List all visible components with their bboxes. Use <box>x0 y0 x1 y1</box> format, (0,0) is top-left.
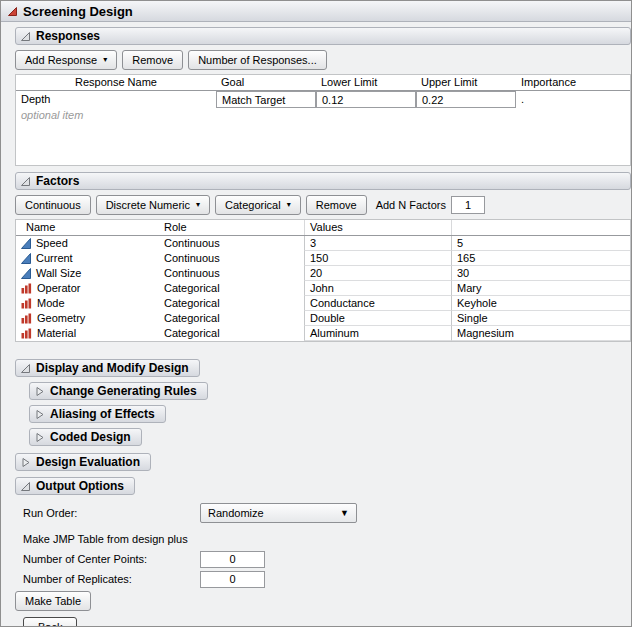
response-goal-cell[interactable]: Match Target <box>216 91 316 108</box>
factor-value-cell[interactable]: 30 <box>451 266 630 281</box>
factor-value-cell[interactable]: 5 <box>451 236 630 251</box>
factor-row: Speed Continuous 3 5 <box>16 236 630 251</box>
responses-table-empty-area <box>16 123 630 165</box>
optional-item-row: optional item <box>16 108 630 123</box>
factor-name-cell[interactable]: Wall Size <box>16 266 159 281</box>
categorical-icon <box>21 283 32 294</box>
responses-table-header: Response Name Goal Lower Limit Upper Lim… <box>16 75 630 91</box>
coded-design-header[interactable]: Coded Design <box>29 428 142 446</box>
factor-value-cell[interactable]: Keyhole <box>451 296 630 311</box>
response-importance-cell[interactable]: . <box>516 91 630 108</box>
display-and-modify-design-header[interactable]: Display and Modify Design <box>15 359 200 377</box>
factor-name-cell[interactable]: Speed <box>16 236 159 251</box>
factor-value-cell[interactable]: Aluminum <box>304 326 451 341</box>
factor-name-cell[interactable]: Geometry <box>16 311 159 326</box>
remove-response-button[interactable]: Remove <box>122 50 183 70</box>
number-of-responses-button[interactable]: Number of Responses... <box>188 50 327 70</box>
disclosure-closed-icon[interactable] <box>33 431 45 443</box>
factor-name-cell[interactable]: Current <box>16 251 159 266</box>
column-importance: Importance <box>516 75 630 90</box>
responses-header[interactable]: Responses <box>15 27 631 45</box>
disclosure-open-icon[interactable] <box>6 5 18 17</box>
factor-value-cell[interactable]: Double <box>304 311 451 326</box>
column-role: Role <box>159 220 304 235</box>
disclosure-open-icon[interactable] <box>19 362 31 374</box>
factor-role-cell: Categorical <box>159 311 304 326</box>
design-evaluation-header[interactable]: Design Evaluation <box>15 453 151 471</box>
add-n-factors-input[interactable] <box>451 196 485 214</box>
responses-table: Response Name Goal Lower Limit Upper Lim… <box>15 74 631 166</box>
response-row: Depth Match Target 0.12 0.22 . <box>16 91 630 108</box>
factor-value-cell[interactable]: 3 <box>304 236 451 251</box>
categorical-icon <box>21 328 32 339</box>
factor-row: Material Categorical Aluminum Magnesium <box>16 326 630 341</box>
response-upper-limit-cell[interactable]: 0.22 <box>416 91 516 108</box>
column-values: Values <box>304 220 451 235</box>
discrete-numeric-button[interactable]: Discrete Numeric ▾ <box>96 195 210 215</box>
center-points-label: Number of Center Points: <box>23 553 200 565</box>
factor-role-cell: Continuous <box>159 236 304 251</box>
factor-value-cell[interactable]: Mary <box>451 281 630 296</box>
factors-table-header: Name Role Values <box>16 220 630 236</box>
replicates-input[interactable] <box>200 571 265 588</box>
optional-item[interactable]: optional item <box>16 108 216 123</box>
factor-row: Geometry Categorical Double Single <box>16 311 630 326</box>
remove-factor-button[interactable]: Remove <box>306 195 367 215</box>
replicates-label: Number of Replicates: <box>23 573 200 585</box>
run-order-label: Run Order: <box>23 507 200 519</box>
factor-role-cell: Continuous <box>159 251 304 266</box>
factor-value-cell[interactable]: 20 <box>304 266 451 281</box>
disclosure-closed-icon[interactable] <box>19 456 31 468</box>
add-response-button[interactable]: Add Response ▾ <box>15 50 117 70</box>
response-lower-limit-cell[interactable]: 0.12 <box>316 91 416 108</box>
output-options-header[interactable]: Output Options <box>15 477 135 495</box>
categorical-icon <box>21 313 32 324</box>
factor-row: Current Continuous 150 165 <box>16 251 630 266</box>
disclosure-open-icon[interactable] <box>19 175 31 187</box>
add-n-factors-label: Add N Factors <box>376 199 446 211</box>
categorical-button[interactable]: Categorical ▾ <box>215 195 301 215</box>
factor-value-cell[interactable]: Magnesium <box>451 326 630 341</box>
responses-title: Responses <box>36 29 100 43</box>
factor-value-cell[interactable]: Single <box>451 311 630 326</box>
dropdown-arrow-icon: ▾ <box>103 56 107 64</box>
dropdown-arrow-icon: ▾ <box>287 201 291 209</box>
factor-value-cell[interactable]: 150 <box>304 251 451 266</box>
column-name: Name <box>16 220 159 235</box>
factors-title: Factors <box>36 174 79 188</box>
factor-row: Operator Categorical John Mary <box>16 281 630 296</box>
factor-role-cell: Continuous <box>159 266 304 281</box>
run-order-value: Randomize <box>208 507 264 519</box>
categorical-icon <box>21 298 32 309</box>
factor-name-cell[interactable]: Material <box>16 326 159 341</box>
continuous-button[interactable]: Continuous <box>15 195 91 215</box>
screening-design-header[interactable]: Screening Design <box>1 1 631 22</box>
column-response-name: Response Name <box>16 75 216 90</box>
response-name-cell[interactable]: Depth <box>16 91 216 108</box>
disclosure-closed-icon[interactable] <box>33 385 45 397</box>
disclosure-open-icon[interactable] <box>19 30 31 42</box>
factor-name-cell[interactable]: Mode <box>16 296 159 311</box>
disclosure-closed-icon[interactable] <box>33 408 45 420</box>
back-button[interactable]: Back <box>23 617 77 627</box>
center-points-input[interactable] <box>200 551 265 568</box>
screening-design-window: Screening Design Responses Add Response … <box>0 0 632 627</box>
change-generating-rules-header[interactable]: Change Generating Rules <box>29 382 208 400</box>
factor-role-cell: Categorical <box>159 296 304 311</box>
continuous-icon <box>21 238 31 249</box>
aliasing-of-effects-header[interactable]: Aliasing of Effects <box>29 405 166 423</box>
factor-value-cell[interactable]: Conductance <box>304 296 451 311</box>
factor-role-cell: Categorical <box>159 281 304 296</box>
make-table-button[interactable]: Make Table <box>15 591 91 611</box>
dropdown-arrow-icon: ▾ <box>196 201 200 209</box>
disclosure-open-icon[interactable] <box>19 480 31 492</box>
combo-arrow-icon: ▼ <box>340 509 349 518</box>
continuous-icon <box>21 268 31 279</box>
factors-header[interactable]: Factors <box>15 172 631 190</box>
factor-name-cell[interactable]: Operator <box>16 281 159 296</box>
factor-value-cell[interactable]: 165 <box>451 251 630 266</box>
run-order-dropdown[interactable]: Randomize ▼ <box>200 503 357 523</box>
factor-role-cell: Categorical <box>159 326 304 341</box>
column-lower-limit: Lower Limit <box>316 75 416 90</box>
factor-value-cell[interactable]: John <box>304 281 451 296</box>
